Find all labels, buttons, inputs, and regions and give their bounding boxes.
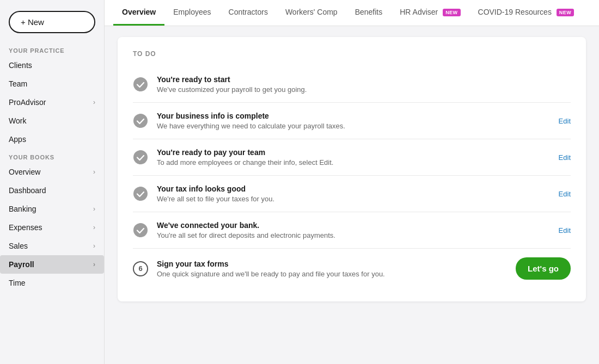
todo-title: Your business info is complete <box>157 112 550 120</box>
todo-title: You're ready to start <box>157 75 571 84</box>
your-books-label: Your Books <box>0 149 104 163</box>
todo-desc: To add more employees or change their in… <box>157 158 550 166</box>
todo-text: You're ready to start We've customized y… <box>157 75 571 94</box>
check-circle-icon <box>133 223 148 238</box>
sidebar-item-label: ProAdvisor <box>9 98 46 107</box>
todo-text: You're ready to pay your team To add mor… <box>157 148 550 166</box>
edit-button-2[interactable]: Edit <box>559 117 571 125</box>
sidebar-item-team[interactable]: Team <box>0 75 104 93</box>
check-circle-icon <box>133 77 148 92</box>
svg-point-4 <box>133 223 148 237</box>
sidebar-item-work[interactable]: Work <box>0 112 104 130</box>
tab-employees[interactable]: Employees <box>164 0 219 26</box>
tab-label: HR Adviser <box>400 8 438 16</box>
step-number: 6 <box>133 261 148 276</box>
svg-point-3 <box>133 187 148 201</box>
svg-point-2 <box>133 150 148 164</box>
sidebar-item-label: Work <box>9 116 26 125</box>
chevron-right-icon: › <box>93 205 95 213</box>
sidebar-item-proadvisor[interactable]: ProAdvisor › <box>0 93 104 112</box>
sidebar-item-label: Expenses <box>9 223 42 232</box>
tab-hr-adviser[interactable]: HR Adviser NEW <box>391 0 469 26</box>
todo-text: Your business info is complete We have e… <box>157 112 550 130</box>
todo-item-4: Your tax info looks good We're all set t… <box>133 176 571 212</box>
todo-item-3: You're ready to pay your team To add mor… <box>133 139 571 176</box>
sidebar-item-label: Banking <box>9 205 36 213</box>
sidebar-item-label: Sales <box>9 242 28 250</box>
svg-point-1 <box>133 114 148 128</box>
todo-item-1: You're ready to start We've customized y… <box>133 66 571 103</box>
edit-button-4[interactable]: Edit <box>559 190 571 198</box>
sidebar-item-label: Overview <box>9 168 40 176</box>
todo-title: You're ready to pay your team <box>157 148 550 157</box>
sidebar-item-payroll[interactable]: Payroll › <box>0 255 104 274</box>
sidebar-item-label: Clients <box>9 61 32 70</box>
chevron-right-icon: › <box>93 168 95 176</box>
sidebar-item-dashboard[interactable]: Dashboard <box>0 181 104 200</box>
todo-text: Your tax info looks good We're all set t… <box>157 184 550 203</box>
todo-title: Sign your tax forms <box>157 260 507 268</box>
todo-card: TO DO You're ready to start We've custom… <box>118 37 586 301</box>
lets-go-button[interactable]: Let's go <box>516 257 571 280</box>
chevron-right-icon: › <box>93 98 95 106</box>
your-practice-label: Your Practice <box>0 42 104 56</box>
sidebar-item-label: Payroll <box>9 260 34 269</box>
todo-title: Your tax info looks good <box>157 184 550 193</box>
todo-desc: We have everything we need to calculate … <box>157 122 550 130</box>
main-content: Overview Employees Contractors Workers' … <box>105 0 599 364</box>
todo-text: We've connected your bank. You're all se… <box>157 221 550 239</box>
todo-desc: You're all set for direct deposits and e… <box>157 231 550 239</box>
sidebar-item-expenses[interactable]: Expenses › <box>0 218 104 237</box>
tab-overview[interactable]: Overview <box>113 0 164 26</box>
new-button[interactable]: + New <box>9 11 95 33</box>
sidebar-item-label: Dashboard <box>9 186 46 195</box>
sidebar-item-time[interactable]: Time <box>0 274 104 292</box>
todo-item-2: Your business info is complete We have e… <box>133 103 571 139</box>
todo-desc: We're all set to file your taxes for you… <box>157 195 550 203</box>
sidebar-item-banking[interactable]: Banking › <box>0 200 104 218</box>
check-circle-icon <box>133 186 148 201</box>
chevron-right-icon: › <box>93 224 95 231</box>
sidebar-item-label: Apps <box>9 135 26 144</box>
sidebar-item-clients[interactable]: Clients <box>0 56 104 75</box>
chevron-right-icon: › <box>93 242 95 250</box>
new-badge: NEW <box>443 9 460 16</box>
todo-item-5: We've connected your bank. You're all se… <box>133 212 571 249</box>
tab-benefits[interactable]: Benefits <box>346 0 392 26</box>
sidebar-item-label: Team <box>9 79 27 88</box>
todo-desc: One quick signature and we'll be ready t… <box>157 270 507 278</box>
sidebar-item-sales[interactable]: Sales › <box>0 237 104 255</box>
tab-label: COVID-19 Resources <box>478 8 552 16</box>
svg-point-0 <box>133 77 148 91</box>
todo-title: We've connected your bank. <box>157 221 550 230</box>
card-section-label: TO DO <box>133 50 571 58</box>
tab-workers-comp[interactable]: Workers' Comp <box>277 0 346 26</box>
new-badge: NEW <box>557 9 574 16</box>
todo-item-6: 6 Sign your tax forms One quick signatur… <box>133 249 571 288</box>
tab-covid[interactable]: COVID-19 Resources NEW <box>469 0 583 26</box>
sidebar: + New Your Practice Clients Team ProAdvi… <box>0 0 105 364</box>
todo-desc: We've customized your payroll to get you… <box>157 85 571 94</box>
top-nav: Overview Employees Contractors Workers' … <box>105 0 599 26</box>
sidebar-item-overview[interactable]: Overview › <box>0 163 104 181</box>
check-circle-icon <box>133 113 148 128</box>
content-area: TO DO You're ready to start We've custom… <box>105 26 599 364</box>
tab-contractors[interactable]: Contractors <box>220 0 277 26</box>
edit-button-5[interactable]: Edit <box>559 226 571 235</box>
edit-button-3[interactable]: Edit <box>559 153 571 162</box>
sidebar-item-label: Time <box>9 279 26 287</box>
sidebar-item-apps[interactable]: Apps <box>0 130 104 149</box>
todo-text: Sign your tax forms One quick signature … <box>157 260 507 278</box>
check-circle-icon <box>133 150 148 165</box>
chevron-right-icon: › <box>93 261 95 268</box>
